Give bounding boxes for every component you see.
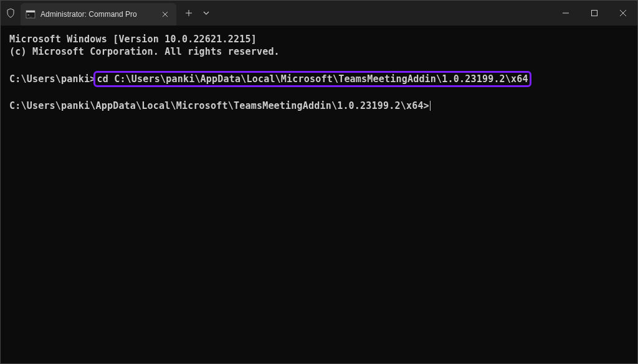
window-controls — [551, 1, 637, 26]
titlebar: >_ Administrator: Command Pro — [1, 1, 637, 26]
highlighted-command: cd C:\Users\panki\AppData\Local\Microsof… — [93, 71, 531, 87]
cmd-icon: >_ — [26, 9, 36, 19]
close-button[interactable] — [609, 1, 637, 26]
titlebar-left: >_ Administrator: Command Pro — [1, 1, 214, 26]
tab-close-button[interactable] — [160, 9, 170, 19]
tab-dropdown-button[interactable] — [199, 3, 214, 23]
terminal-line: Microsoft Windows [Version 10.0.22621.22… — [9, 33, 629, 45]
svg-rect-8 — [592, 11, 598, 16]
maximize-button[interactable] — [580, 1, 609, 26]
terminal-prompt-line: C:\Users\panki>cd C:\Users\panki\AppData… — [9, 71, 629, 87]
tab-active[interactable]: >_ Administrator: Command Pro — [21, 3, 176, 26]
terminal-prompt-line: C:\Users\panki\AppData\Local\Microsoft\T… — [9, 100, 629, 112]
cursor — [430, 101, 431, 111]
terminal-content[interactable]: Microsoft Windows [Version 10.0.22621.22… — [1, 26, 637, 363]
minimize-button[interactable] — [551, 1, 580, 26]
prompt-prefix: C:\Users\panki\AppData\Local\Microsoft\T… — [9, 100, 429, 111]
svg-text:>_: >_ — [27, 12, 32, 17]
tab-title: Administrator: Command Pro — [40, 10, 155, 19]
shield-icon — [1, 8, 21, 18]
prompt-prefix: C:\Users\panki> — [9, 73, 95, 85]
new-tab-button[interactable] — [179, 3, 199, 23]
terminal-line: (c) Microsoft Corporation. All rights re… — [9, 45, 629, 58]
